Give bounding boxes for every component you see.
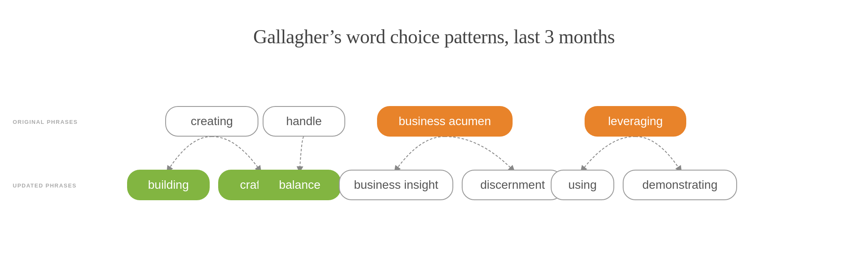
pill-business-acumen: business acumen [377, 106, 513, 137]
label-original: ORIGINAL PHRASES [13, 119, 78, 125]
pill-balance: balance [258, 170, 341, 200]
pill-leveraging: leveraging [585, 106, 686, 137]
label-updated: UPDATED PHRASES [13, 182, 77, 189]
pill-business-insight: business insight [339, 170, 453, 200]
pill-creating: creating [165, 106, 258, 137]
page-title: Gallagher’s word choice patterns, last 3… [0, 0, 868, 48]
pill-discernment: discernment [462, 170, 563, 200]
diagram-area: ORIGINAL PHRASES UPDATED PHRASES creatin… [0, 85, 868, 263]
pill-using: using [551, 170, 614, 200]
pill-building: building [127, 170, 210, 200]
pill-demonstrating: demonstrating [623, 170, 737, 200]
pill-handle: handle [263, 106, 345, 137]
